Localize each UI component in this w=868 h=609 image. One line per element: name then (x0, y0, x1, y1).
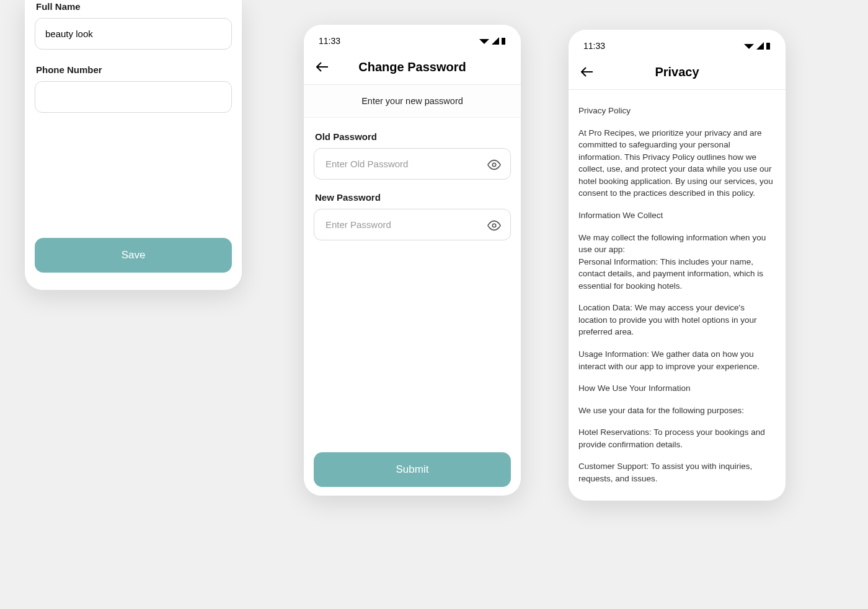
privacy-paragraph: Hotel Reservations: To process your book… (578, 426, 776, 450)
status-icons (479, 37, 506, 45)
new-password-label: New Password (314, 192, 511, 203)
page-title: Privacy (655, 65, 699, 79)
old-password-wrapper (314, 148, 511, 192)
status-icons (743, 42, 771, 50)
form-area: Full Name Phone Number (35, 0, 232, 128)
header: Privacy (569, 57, 786, 90)
header: Change Password (304, 52, 521, 85)
change-password-screen: 11:33 Change Password Enter your new pas… (304, 25, 521, 496)
battery-icon (766, 42, 771, 50)
form-area: Old Password New Password (304, 118, 521, 266)
save-button[interactable]: Save (35, 238, 232, 273)
svg-rect-0 (502, 38, 505, 45)
old-password-visibility-toggle[interactable] (487, 158, 501, 174)
full-name-label: Full Name (35, 1, 232, 12)
button-container: Submit (314, 452, 511, 487)
new-password-visibility-toggle[interactable] (487, 219, 501, 235)
privacy-paragraph: At Pro Recipes, we prioritize your priva… (578, 127, 776, 199)
arrow-left-icon (581, 67, 593, 77)
full-name-input[interactable] (35, 18, 232, 50)
subtitle: Enter your new password (304, 85, 521, 118)
privacy-paragraph: Location Data: We may access your device… (578, 302, 776, 338)
back-button[interactable] (316, 59, 331, 74)
privacy-paragraph: Privacy Policy (578, 105, 776, 117)
phone-number-input[interactable] (35, 81, 232, 113)
eye-icon (487, 158, 501, 172)
privacy-paragraph: How We Use Your Information (578, 382, 776, 395)
svg-rect-3 (766, 43, 770, 50)
new-password-input[interactable] (314, 209, 511, 240)
status-bar: 11:33 (569, 30, 786, 57)
wifi-icon (479, 37, 490, 45)
privacy-paragraph: We use your data for the following purpo… (578, 405, 776, 417)
privacy-paragraph: Usage Information: We gather data on how… (578, 348, 776, 372)
svg-point-2 (492, 224, 496, 227)
signal-icon (756, 42, 764, 50)
battery-icon (501, 37, 506, 45)
signal-icon (491, 37, 500, 45)
old-password-input[interactable] (314, 148, 511, 180)
status-bar: 11:33 (304, 25, 521, 52)
submit-button[interactable]: Submit (314, 452, 511, 487)
privacy-paragraph: We may collect the following information… (578, 232, 776, 292)
privacy-paragraph: Customer Support: To assist you with inq… (578, 460, 776, 484)
back-button[interactable] (581, 64, 596, 79)
page-title: Change Password (358, 60, 466, 74)
button-container: Save (35, 238, 232, 273)
wifi-icon (743, 42, 755, 50)
new-password-wrapper (314, 209, 511, 253)
profile-edit-screen: Full Name Phone Number Save (25, 0, 242, 290)
privacy-paragraph: Information We Collect (578, 209, 776, 222)
svg-point-1 (492, 163, 496, 167)
status-time: 11:33 (319, 36, 340, 46)
old-password-label: Old Password (314, 131, 511, 142)
privacy-screen: 11:33 Privacy Privacy Policy At Pro Reci… (569, 30, 786, 501)
phone-number-label: Phone Number (35, 64, 232, 75)
arrow-left-icon (316, 62, 329, 72)
status-time: 11:33 (583, 41, 605, 51)
privacy-content[interactable]: Privacy Policy At Pro Recipes, we priori… (569, 90, 786, 493)
eye-icon (487, 219, 501, 232)
